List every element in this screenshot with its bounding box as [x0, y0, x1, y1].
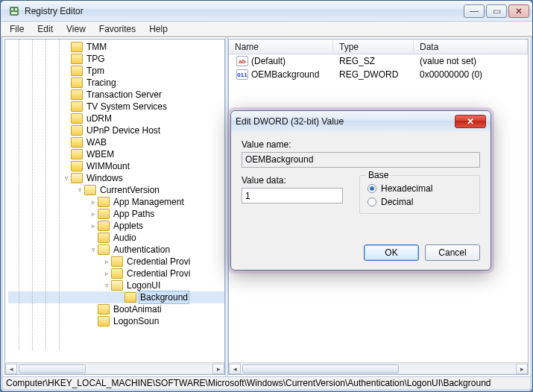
- tree-item-label: Transaction Server: [85, 89, 163, 101]
- expand-icon[interactable]: ▿: [89, 244, 98, 256]
- tree-item[interactable]: ▹App Paths: [8, 208, 224, 220]
- ok-button[interactable]: OK: [364, 244, 419, 261]
- tree-item[interactable]: Tracing: [8, 77, 224, 89]
- tree-item[interactable]: TPG: [8, 53, 224, 65]
- tree-item-label: Credential Provi: [125, 256, 192, 268]
- tree-item-label: App Management: [112, 196, 186, 208]
- expand-icon[interactable]: ▿: [75, 184, 84, 196]
- folder-icon: [71, 149, 83, 159]
- expand-icon[interactable]: ▹: [89, 220, 98, 232]
- cancel-button[interactable]: Cancel: [425, 244, 480, 261]
- value-data-field[interactable]: [242, 188, 343, 203]
- menu-help[interactable]: Help: [143, 22, 174, 36]
- scroll-left-button[interactable]: ◂: [229, 364, 241, 374]
- tree-item[interactable]: TV System Services: [8, 101, 224, 113]
- tree-item[interactable]: WBEM: [8, 148, 224, 160]
- tree-item[interactable]: BootAnimati: [8, 303, 224, 315]
- scroll-left-button[interactable]: ◂: [5, 364, 17, 374]
- tree-item[interactable]: ▿Authentication: [8, 244, 224, 256]
- minimize-button[interactable]: —: [464, 4, 485, 18]
- tree-item[interactable]: UPnP Device Host: [8, 124, 224, 136]
- folder-icon: [71, 78, 83, 88]
- tree-item[interactable]: WAB: [8, 136, 224, 148]
- folder-icon: [71, 42, 83, 52]
- tree-item[interactable]: uDRM: [8, 113, 224, 124]
- tree-hscrollbar[interactable]: ◂ ▸: [5, 362, 224, 374]
- reg-dword-icon: 011: [236, 69, 248, 80]
- tree-scroll[interactable]: TMMTPGTpmTracingTransaction ServerTV Sys…: [5, 39, 224, 362]
- tree-item[interactable]: ▹Credential Provi: [8, 256, 224, 268]
- tree-item-label: LogonSoun: [112, 315, 160, 327]
- menu-file[interactable]: File: [4, 22, 30, 36]
- list-header[interactable]: Name Type Data: [229, 39, 528, 54]
- tree-item[interactable]: ▹Applets: [8, 220, 224, 232]
- tree-item-label: Audio: [112, 232, 138, 244]
- expand-icon[interactable]: ▹: [102, 256, 111, 268]
- tree-item-label: Applets: [112, 220, 145, 232]
- value-name-label: Value name:: [242, 139, 480, 150]
- tree-item[interactable]: WIMMount: [8, 160, 224, 172]
- tree-item-label: WAB: [85, 136, 108, 148]
- tree-item-label: WIMMount: [85, 160, 131, 172]
- expand-icon[interactable]: ▿: [62, 172, 71, 184]
- svg-rect-3: [11, 12, 17, 14]
- folder-icon: [98, 221, 110, 231]
- tree-item[interactable]: ▹Credential Provi: [8, 268, 224, 279]
- expand-icon[interactable]: ▿: [102, 279, 111, 291]
- menu-edit[interactable]: Edit: [31, 22, 59, 36]
- tree-item[interactable]: ▿CurrentVersion: [8, 184, 224, 196]
- tree: TMMTPGTpmTracingTransaction ServerTV Sys…: [5, 39, 224, 329]
- svg-rect-1: [11, 8, 13, 10]
- folder-icon: [71, 125, 83, 136]
- list-hscrollbar[interactable]: ◂ ▸: [229, 362, 528, 374]
- statusbar-path: Computer\HKEY_LOCAL_MACHINE\SOFTWARE\Mic…: [6, 378, 491, 388]
- value-name: OEMBackground: [251, 69, 319, 80]
- tree-item[interactable]: Transaction Server: [8, 89, 224, 101]
- radio-hexadecimal[interactable]: Hexadecimal: [368, 183, 472, 194]
- tree-item[interactable]: TMM: [8, 41, 224, 53]
- folder-icon: [84, 185, 96, 195]
- radio-decimal[interactable]: Decimal: [368, 197, 472, 207]
- col-data[interactable]: Data: [414, 39, 528, 54]
- folder-icon: [124, 292, 136, 303]
- app-icon: [8, 5, 20, 17]
- tree-item[interactable]: LogonSoun: [8, 315, 224, 327]
- tree-item[interactable]: ▿Windows: [8, 172, 224, 184]
- scroll-right-button[interactable]: ▸: [212, 364, 224, 374]
- folder-icon: [98, 233, 110, 243]
- expand-icon[interactable]: ▹: [89, 208, 98, 220]
- tree-item-label: Tracing: [85, 77, 118, 89]
- tree-item[interactable]: Audio: [8, 232, 224, 244]
- scroll-right-button[interactable]: ▸: [516, 364, 528, 374]
- col-type[interactable]: Type: [333, 39, 414, 54]
- expand-icon[interactable]: ▹: [102, 268, 111, 279]
- tree-item[interactable]: ▹App Management: [8, 196, 224, 208]
- registry-editor-window: Registry Editor — ▭ ✕ File Edit View Fav…: [0, 0, 533, 392]
- close-button[interactable]: ✕: [508, 4, 529, 18]
- menu-favorites[interactable]: Favorites: [93, 22, 142, 36]
- menu-view[interactable]: View: [60, 22, 92, 36]
- expand-icon[interactable]: ▹: [89, 196, 98, 208]
- dialog-close-button[interactable]: ✕: [455, 115, 486, 128]
- titlebar[interactable]: Registry Editor — ▭ ✕: [1, 1, 532, 22]
- tree-item-label: UPnP Device Host: [85, 124, 162, 136]
- tree-item-label: TPG: [85, 53, 107, 65]
- tree-item-label: TV System Services: [85, 101, 168, 113]
- radio-dot-icon: [368, 184, 376, 193]
- value-name-field: OEMBackground: [242, 152, 480, 168]
- col-name[interactable]: Name: [229, 39, 333, 54]
- dialog-title: Edit DWORD (32-bit) Value: [236, 116, 344, 127]
- tree-item-label: Authentication: [112, 244, 171, 256]
- tree-item[interactable]: Background: [8, 291, 224, 303]
- maximize-button[interactable]: ▭: [486, 4, 507, 18]
- dialog-titlebar[interactable]: Edit DWORD (32-bit) Value ✕: [231, 111, 491, 132]
- tree-item[interactable]: Tpm: [8, 65, 224, 77]
- tree-item-label: Tpm: [85, 65, 106, 77]
- tree-item[interactable]: ▿LogonUI: [8, 279, 224, 291]
- tree-item-label: Windows: [85, 172, 124, 184]
- dialog-body: Value name: OEMBackground Value data: Ba…: [231, 132, 491, 244]
- tree-item-label: WBEM: [85, 148, 116, 160]
- list-row[interactable]: ab(Default)REG_SZ(value not set): [229, 54, 528, 68]
- folder-icon: [71, 101, 83, 112]
- list-row[interactable]: 011OEMBackgroundREG_DWORD0x00000000 (0): [229, 68, 528, 81]
